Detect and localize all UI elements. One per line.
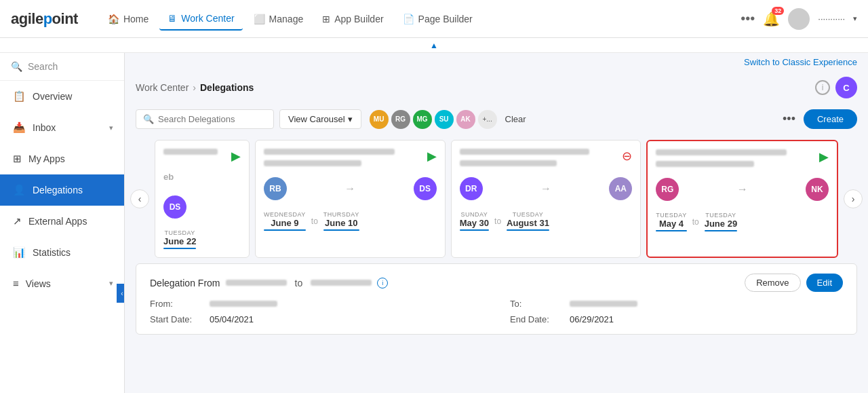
carousel-prev-button[interactable]: ‹ bbox=[130, 189, 149, 208]
start-date-label: Start Date: bbox=[150, 314, 204, 324]
externalapps-icon: ↗ bbox=[13, 215, 22, 227]
edit-button[interactable]: Edit bbox=[806, 274, 843, 292]
myapps-icon: ⊞ bbox=[13, 153, 22, 165]
avatar-nk: NK bbox=[806, 178, 829, 201]
card-subtitle bbox=[460, 160, 557, 166]
manage-icon: ⬜ bbox=[254, 14, 265, 24]
collapse-bar[interactable]: ▲ bbox=[0, 38, 868, 53]
sidebar-item-label: Delegations bbox=[33, 185, 113, 195]
card-to-label: to bbox=[494, 217, 501, 226]
sidebar-item-label: Inbox bbox=[33, 122, 102, 133]
card-title bbox=[656, 149, 787, 155]
delegation-from-label: Delegation From bbox=[150, 278, 220, 288]
card-date: June 9 bbox=[271, 218, 298, 228]
user-page-avatar: C bbox=[835, 77, 857, 98]
more-options-button[interactable]: ••• bbox=[741, 11, 755, 26]
avatar-ak[interactable]: AK bbox=[456, 110, 475, 129]
avatar-ds: DS bbox=[163, 195, 186, 219]
card-title bbox=[264, 149, 395, 155]
carousel-items: ▶ eb DS TUESDAY June 22 bbox=[149, 140, 844, 258]
search-box[interactable]: 🔍 bbox=[136, 109, 274, 129]
delegation-card-1[interactable]: ▶ eb DS TUESDAY June 22 bbox=[155, 140, 250, 258]
card-middle: RG → NK bbox=[656, 172, 829, 206]
breadcrumb: Work Center › Delegations bbox=[136, 82, 254, 93]
carousel-next-button[interactable]: › bbox=[844, 189, 863, 208]
sidebar-item-statistics[interactable]: 📊 Statistics bbox=[0, 237, 124, 268]
create-button[interactable]: Create bbox=[804, 109, 857, 129]
delegation-card-4[interactable]: ▶ RG → NK TUESDAY May 4 to bbox=[646, 140, 838, 258]
avatar-mg[interactable]: MG bbox=[413, 110, 432, 129]
card-title bbox=[163, 149, 218, 155]
nav-manage[interactable]: ⬜ Manage bbox=[245, 8, 312, 30]
card-date: June 22 bbox=[163, 236, 196, 246]
card-date: June 10 bbox=[325, 218, 357, 228]
user-name: ··········· bbox=[818, 14, 845, 24]
card-day: THURSDAY bbox=[323, 211, 359, 218]
nav-home[interactable]: 🏠 Home bbox=[100, 8, 157, 30]
remove-button[interactable]: Remove bbox=[745, 274, 800, 292]
sidebar-item-overview[interactable]: 📋 Overview bbox=[0, 81, 124, 112]
delegation-card-3[interactable]: ⊖ DR → AA SUNDAY May 30 to bbox=[451, 140, 642, 258]
notification-badge: 32 bbox=[772, 7, 784, 15]
avatar-rg[interactable]: RG bbox=[391, 110, 410, 129]
search-label: Search bbox=[28, 61, 58, 72]
avatar-mu[interactable]: MU bbox=[370, 110, 389, 129]
chevron-down-icon: ▾ bbox=[348, 114, 353, 124]
page-icon: 📄 bbox=[403, 14, 414, 24]
card-dates: TUESDAY June 22 bbox=[163, 229, 241, 249]
breadcrumb-parent: Work Center bbox=[136, 82, 189, 93]
delegation-card-2[interactable]: ▶ RB → DS WEDNESDAY June 9 to bbox=[255, 140, 446, 258]
end-date-value: 06/29/2021 bbox=[570, 314, 614, 324]
nav-workcenter[interactable]: 🖥 Work Center bbox=[159, 7, 242, 31]
avatar-rg: RG bbox=[656, 178, 679, 201]
arrow-icon: → bbox=[292, 183, 408, 195]
info-icon[interactable]: i bbox=[815, 80, 830, 95]
delegation-from: Delegation From to i bbox=[150, 278, 388, 288]
logo[interactable]: agilepoint bbox=[11, 10, 78, 28]
card-subtitle bbox=[656, 161, 753, 167]
card-date: June 29 bbox=[705, 219, 737, 229]
sidebar-item-views[interactable]: ≡ Views ▾ bbox=[0, 268, 124, 299]
notification-button[interactable]: 🔔 32 bbox=[763, 11, 780, 27]
view-label: View Carousel bbox=[288, 114, 345, 124]
avatar-su[interactable]: SU bbox=[435, 110, 454, 129]
avatar-aa: AA bbox=[609, 177, 632, 200]
sidebar-collapse-button[interactable]: ‹ bbox=[117, 284, 125, 303]
to-label: To: bbox=[510, 299, 564, 309]
info-icon[interactable]: i bbox=[377, 278, 388, 288]
grid-icon: ⊞ bbox=[322, 14, 330, 24]
card-top: ▶ bbox=[264, 149, 437, 166]
card-day: TUESDAY bbox=[705, 212, 736, 219]
card-day: TUESDAY bbox=[165, 229, 195, 236]
card-dates: TUESDAY May 4 to TUESDAY June 29 bbox=[656, 212, 829, 231]
nav-pagebuilder[interactable]: 📄 Page Builder bbox=[395, 8, 481, 30]
card-partial-text: eb bbox=[163, 169, 241, 185]
delegation-fields: From: To: Start Date: 05/04/2021 End Dat… bbox=[150, 299, 843, 324]
nav-items: 🏠 Home 🖥 Work Center ⬜ Manage ⊞ App Buil… bbox=[100, 7, 735, 31]
user-menu-chevron[interactable]: ▾ bbox=[853, 14, 857, 23]
sidebar-item-label: My Apps bbox=[28, 153, 113, 164]
view-carousel-button[interactable]: View Carousel ▾ bbox=[279, 109, 361, 129]
card-day: TUESDAY bbox=[513, 211, 543, 218]
card-date: August 31 bbox=[507, 218, 549, 228]
sidebar-item-inbox[interactable]: 📥 Inbox ▾ bbox=[0, 112, 124, 143]
sidebar-item-externalapps[interactable]: ↗ External Apps bbox=[0, 206, 124, 237]
delegation-actions: Remove Edit bbox=[745, 274, 843, 292]
user-avatar bbox=[788, 8, 810, 30]
sidebar-item-delegations[interactable]: 👤 Delegations bbox=[0, 174, 124, 206]
arrow-icon: → bbox=[488, 183, 604, 195]
sidebar-item-myapps[interactable]: ⊞ My Apps bbox=[0, 143, 124, 174]
sidebar-search[interactable]: 🔍 Search bbox=[0, 53, 124, 81]
search-input[interactable] bbox=[158, 114, 267, 124]
toolbar-more-button[interactable]: ••• bbox=[783, 112, 795, 126]
home-icon: 🏠 bbox=[108, 14, 119, 24]
card-day: TUESDAY bbox=[656, 212, 686, 219]
top-nav: agilepoint 🏠 Home 🖥 Work Center ⬜ Manage… bbox=[0, 0, 868, 38]
clear-button[interactable]: Clear bbox=[505, 114, 526, 124]
sidebar-item-label: Views bbox=[26, 278, 102, 289]
field-start-date: Start Date: 05/04/2021 bbox=[150, 314, 483, 324]
avatar-more[interactable]: +... bbox=[478, 110, 497, 129]
sidebar-item-label: External Apps bbox=[28, 216, 113, 227]
nav-appbuilder[interactable]: ⊞ App Builder bbox=[314, 8, 391, 30]
switch-classic-link[interactable]: Switch to Classic Experience bbox=[744, 57, 857, 67]
